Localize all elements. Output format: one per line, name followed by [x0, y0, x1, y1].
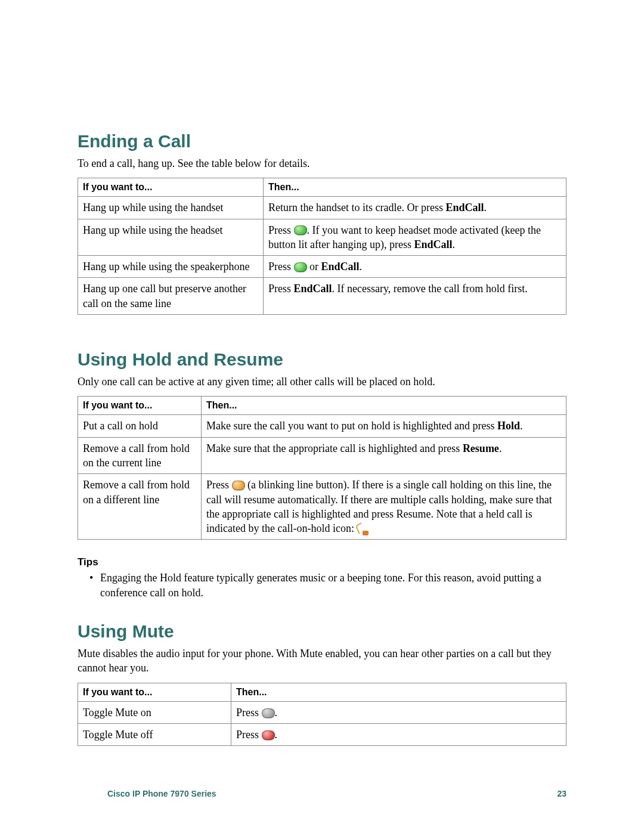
cell-then: Press (a blinking line button). If there…	[202, 474, 566, 540]
cell-then: Press . If you want to keep headset mode…	[264, 219, 566, 256]
text: Press	[236, 707, 262, 719]
bold-endcall: EndCall	[321, 261, 360, 272]
cell-then: Press EndCall. If necessary, remove the …	[264, 278, 566, 315]
tip-item: • Engaging the Hold feature typically ge…	[89, 571, 566, 600]
text: .	[520, 420, 523, 432]
cell-want: Hang up while using the headset	[78, 219, 264, 256]
table-row: Put a call on hold Make sure the call yo…	[78, 415, 566, 437]
col-header-then: Then...	[202, 397, 566, 415]
cell-then: Make sure the call you want to put on ho…	[202, 415, 566, 437]
cell-then: Press or EndCall.	[264, 256, 566, 278]
bullet-icon: •	[89, 571, 100, 600]
heading-ending-a-call: Ending a Call	[78, 131, 566, 151]
line-button-icon	[232, 481, 245, 490]
text: . If necessary, remove the call from hol…	[332, 283, 528, 295]
bold-endcall: EndCall	[445, 202, 484, 213]
cell-then: Return the handset to its cradle. Or pre…	[264, 197, 566, 219]
table-row: Hang up while using the speakerphone Pre…	[78, 256, 566, 278]
mute-button-lit-icon	[262, 730, 275, 740]
intro-ending: To end a call, hang up. See the table be…	[78, 156, 566, 171]
text: Make sure the call you want to put on ho…	[206, 420, 497, 432]
mute-button-icon	[262, 708, 275, 718]
col-header-then: Then...	[231, 683, 566, 701]
table-row: Remove a call from hold on a different l…	[78, 474, 566, 540]
text: Return the handset to its cradle. Or pre…	[268, 202, 445, 213]
cell-want: Hang up while using the handset	[78, 197, 264, 219]
text: .	[499, 442, 502, 454]
tips-heading: Tips	[78, 556, 566, 568]
bold-endcall: EndCall	[414, 239, 452, 250]
footer-title: Cisco IP Phone 7970 Series	[107, 789, 216, 798]
table-row: Toggle Mute on Press .	[78, 701, 566, 723]
cell-want: Hang up one call but preserve another ca…	[78, 278, 264, 315]
table-header-row: If you want to... Then...	[78, 683, 566, 701]
col-header-want: If you want to...	[78, 178, 264, 197]
table-mute: If you want to... Then... Toggle Mute on…	[78, 683, 566, 747]
text: or	[307, 261, 321, 272]
table-ending-a-call: If you want to... Then... Hang up while …	[78, 178, 566, 315]
cell-want: Hang up while using the speakerphone	[78, 256, 264, 278]
intro-hold: Only one call can be active at any given…	[78, 374, 566, 389]
text: Make sure that the appropriate call is h…	[206, 442, 463, 454]
table-row: Remove a call from hold on the current l…	[78, 437, 566, 474]
cell-then: Press .	[231, 723, 566, 745]
table-row: Toggle Mute off Press .	[78, 723, 566, 745]
page-number: 23	[557, 789, 566, 798]
cell-then: Press .	[231, 701, 566, 723]
bold-hold: Hold	[497, 420, 520, 432]
call-on-hold-icon	[357, 524, 367, 534]
text: Press	[268, 224, 294, 236]
text: Press	[268, 261, 294, 272]
table-row: Hang up one call but preserve another ca…	[78, 278, 566, 315]
text: .	[275, 707, 278, 719]
headset-button-icon	[294, 225, 307, 235]
cell-want: Put a call on hold	[78, 415, 202, 437]
page-footer: Cisco IP Phone 7970 Series 23	[107, 789, 566, 798]
cell-want: Toggle Mute on	[78, 701, 231, 723]
table-header-row: If you want to... Then...	[78, 397, 566, 415]
bold-endcall: EndCall	[294, 283, 332, 295]
table-hold-resume: If you want to... Then... Put a call on …	[78, 396, 566, 540]
text: (a blinking line button). If there is a …	[206, 479, 552, 534]
cell-want: Remove a call from hold on the current l…	[78, 437, 202, 474]
text: .	[484, 202, 487, 213]
heading-hold-resume: Using Hold and Resume	[78, 349, 566, 370]
cell-then: Make sure that the appropriate call is h…	[202, 437, 566, 474]
col-header-want: If you want to...	[78, 683, 231, 701]
text: .	[360, 261, 363, 272]
intro-mute: Mute disables the audio input for your p…	[78, 646, 566, 676]
tip-text: Engaging the Hold feature typically gene…	[100, 571, 566, 600]
bold-resume: Resume	[463, 442, 499, 454]
speaker-button-icon	[294, 262, 307, 272]
text: .	[275, 729, 278, 741]
cell-want: Toggle Mute off	[78, 723, 231, 745]
col-header-want: If you want to...	[78, 397, 202, 415]
document-page: Ending a Call To end a call, hang up. Se…	[0, 0, 644, 746]
heading-using-mute: Using Mute	[78, 621, 566, 642]
text: .	[453, 239, 456, 250]
text: . If you want to keep headset mode activ…	[268, 224, 541, 250]
text: Press	[268, 283, 294, 295]
text: Press	[236, 729, 262, 741]
text: Press	[206, 479, 232, 491]
cell-want: Remove a call from hold on a different l…	[78, 474, 202, 540]
table-row: Hang up while using the handset Return t…	[78, 197, 566, 219]
col-header-then: Then...	[264, 178, 566, 197]
table-header-row: If you want to... Then...	[78, 178, 566, 197]
table-row: Hang up while using the headset Press . …	[78, 219, 566, 256]
